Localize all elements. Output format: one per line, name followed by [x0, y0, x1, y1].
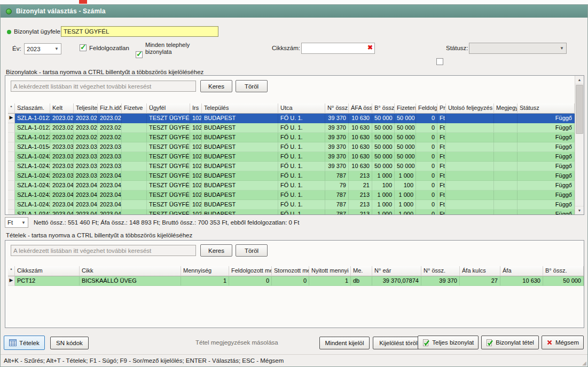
cancel-button[interactable]: Mégsem — [542, 336, 584, 349]
grid-cell[interactable]: Ft — [437, 181, 446, 190]
grid-cell[interactable]: SZLA-1-01222 — [15, 133, 50, 142]
grid-cell[interactable]: TESZT ÜGYFÉL — [147, 171, 190, 181]
grid-cell[interactable]: 0 — [416, 162, 437, 171]
indicator-header-cell[interactable]: * — [8, 103, 15, 114]
grid-cell[interactable]: 2023.03. — [74, 152, 98, 162]
column-header[interactable]: B° össz. — [372, 103, 395, 114]
grid-cell[interactable]: BUDAPEST — [202, 123, 278, 133]
grid-cell[interactable]: 10 630 — [349, 152, 372, 162]
grid-cell[interactable]: 50 000 — [372, 114, 395, 123]
column-header[interactable]: N° eár — [372, 266, 421, 276]
grid-cell[interactable]: 79 — [325, 181, 349, 190]
grid-cell[interactable]: 102 — [190, 114, 202, 123]
grid-cell[interactable]: TESZT ÜGYFÉL — [147, 200, 190, 210]
grid-cell[interactable]: Ft — [437, 152, 446, 162]
grid-cell[interactable] — [446, 200, 494, 210]
grid-cell[interactable]: 2023.04. — [98, 171, 122, 181]
grid-cell[interactable]: 10 630 — [349, 142, 372, 152]
grid-cell[interactable]: 39 370 — [325, 142, 349, 152]
column-header[interactable]: Ügyfél — [147, 103, 190, 114]
items-footer-button[interactable]: Tételek — [4, 336, 45, 350]
year-select[interactable]: 2023 ▼ — [24, 43, 61, 54]
grid-cell[interactable]: FŐ U. 1. — [278, 152, 325, 162]
grid-cell[interactable] — [494, 114, 518, 123]
column-header[interactable]: Kelt — [50, 103, 74, 114]
grid-cell[interactable]: BUDAPEST — [202, 114, 278, 123]
grid-cell[interactable]: 2023.04. — [98, 181, 122, 190]
grid-cell[interactable]: 10 630 — [349, 133, 372, 142]
grid-cell[interactable] — [494, 133, 518, 142]
grid-cell[interactable]: Ft — [437, 210, 446, 215]
indicator-header-cell[interactable]: * — [8, 266, 15, 276]
grid-cell[interactable]: 2023.02. — [98, 114, 122, 123]
grid-cell[interactable] — [446, 171, 494, 181]
grid-cell[interactable]: 1 000 — [395, 171, 416, 181]
grid-cell[interactable] — [494, 123, 518, 133]
grid-cell[interactable]: 100 — [395, 181, 416, 190]
items-search-input[interactable] — [11, 245, 196, 256]
grid-cell[interactable]: 10 630 — [349, 162, 372, 171]
items-search-button[interactable]: Keres — [200, 244, 232, 257]
grid-cell[interactable]: 0 — [416, 114, 437, 123]
scroll-up-icon[interactable]: ▲ — [575, 76, 584, 84]
grid-cell[interactable] — [446, 210, 494, 215]
grid-cell[interactable] — [494, 142, 518, 152]
grid-cell[interactable]: 102 — [190, 123, 202, 133]
grid-cell[interactable]: SZLA-1-01540 — [15, 142, 50, 152]
grid-cell[interactable]: 39 370 — [325, 133, 349, 142]
grid-cell[interactable]: 2023.02. — [98, 123, 122, 133]
column-header[interactable]: B° össz. — [543, 266, 584, 276]
documents-row[interactable]: SZLA-1-015402023.03.2023.03.2023.03.TESZ… — [8, 142, 575, 152]
grid-cell[interactable]: SZLA-1-02421 — [15, 162, 50, 171]
grid-cell[interactable]: 2023.02. — [74, 133, 98, 142]
column-header[interactable]: Me. — [351, 266, 372, 276]
grid-cell[interactable]: 102 — [190, 142, 202, 152]
grid-cell[interactable] — [122, 152, 147, 162]
documents-row[interactable]: SZLA-1-024212023.03.2023.03.2023.03.TESZ… — [8, 162, 575, 171]
grid-cell[interactable]: Ft — [437, 142, 446, 152]
grid-cell[interactable] — [446, 152, 494, 162]
grid-cell[interactable]: 0 — [416, 123, 437, 133]
grid-cell[interactable]: Ft — [437, 133, 446, 142]
grid-cell[interactable]: SZLA-1-02420 — [15, 152, 50, 162]
grid-cell[interactable]: 1 000 — [395, 190, 416, 200]
grid-cell[interactable]: 21 — [349, 181, 372, 190]
grid-cell[interactable]: TESZT ÜGYFÉL — [147, 210, 190, 215]
column-header[interactable]: Irs — [190, 103, 202, 114]
column-header[interactable]: ÁFA öss — [349, 103, 372, 114]
grid-cell[interactable]: 39 370 — [421, 276, 460, 286]
grid-cell[interactable]: SZLA-1-02426 — [15, 181, 50, 190]
column-header[interactable]: Fiz.h.idő — [98, 103, 122, 114]
grid-cell[interactable]: FŐ U. 1. — [278, 114, 325, 123]
grid-cell[interactable]: 787 — [325, 190, 349, 200]
grid-cell[interactable] — [446, 142, 494, 152]
grid-cell[interactable]: Függő — [518, 190, 575, 200]
grid-cell[interactable]: SZLA-1-01222 — [15, 123, 50, 133]
grid-cell[interactable]: FŐ U. 1. — [278, 200, 325, 210]
grid-cell[interactable]: 2023.03. — [50, 171, 74, 181]
grid-cell[interactable]: 2023.03. — [98, 152, 122, 162]
column-header[interactable]: N° össz. — [421, 266, 460, 276]
grid-cell[interactable]: Ft — [437, 114, 446, 123]
grid-cell[interactable]: 1 000 — [395, 200, 416, 210]
grid-cell[interactable]: 39 370 — [325, 152, 349, 162]
grid-cell[interactable]: 50 000 — [543, 276, 584, 286]
grid-cell[interactable]: 2023.04. — [98, 210, 122, 215]
grid-cell[interactable]: 2023.03. — [98, 162, 122, 171]
grid-cell[interactable]: FŐ U. 1. — [278, 171, 325, 181]
grid-cell[interactable]: 213 — [349, 190, 372, 200]
column-header[interactable]: Feldolgozott me — [229, 266, 272, 276]
grid-cell[interactable]: 2023.03. — [98, 142, 122, 152]
grid-cell[interactable] — [494, 152, 518, 162]
grid-cell[interactable] — [494, 190, 518, 200]
grid-cell[interactable]: 2023.03. — [74, 162, 98, 171]
grid-cell[interactable]: 2023.04. — [74, 181, 98, 190]
currency-select[interactable]: Ft ▼ — [5, 217, 28, 228]
grid-cell[interactable]: 2023.02. — [50, 114, 74, 123]
grid-cell[interactable]: 10 630 — [349, 114, 372, 123]
documents-row[interactable]: SZLA-1-024262023.04.2023.04.2023.04.TESZ… — [8, 190, 575, 200]
grid-cell[interactable]: Függő — [518, 114, 575, 123]
grid-cell[interactable]: 50 000 — [395, 114, 416, 123]
column-header[interactable]: Nyitott mennyi — [309, 266, 351, 276]
grid-cell[interactable]: Függő — [518, 123, 575, 133]
